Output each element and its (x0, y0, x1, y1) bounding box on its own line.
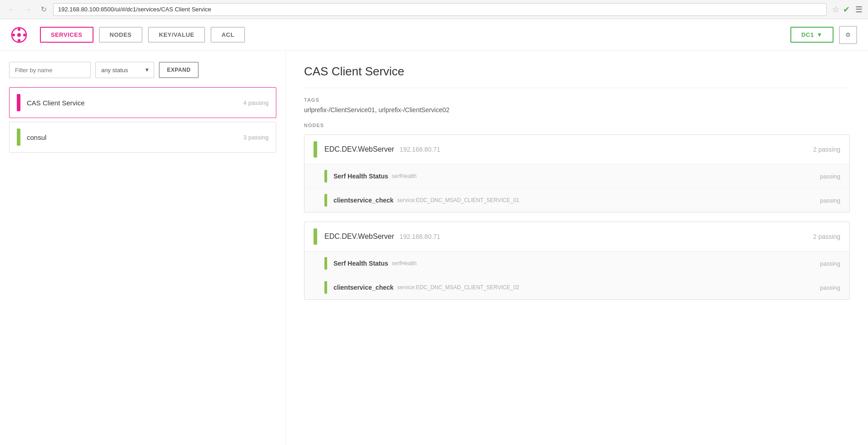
keyvalue-nav-button[interactable]: KEY/VALUE (148, 27, 205, 43)
node-ip: 192.168.80.71 (400, 233, 441, 240)
service-name: CAS Client Service (27, 99, 243, 107)
security-icon: ✔ (843, 5, 850, 15)
service-passing-count: 4 passing (243, 99, 269, 106)
node-status-indicator (314, 228, 317, 245)
check-status-text: passing (820, 260, 840, 267)
node-header: EDC.DEV.WebServer 192.168.80.71 2 passin… (304, 135, 849, 164)
check-status-text: passing (820, 173, 840, 180)
check-status-indicator (324, 257, 327, 270)
node-status-indicator (314, 141, 317, 158)
check-row: Serf Health Status serfHealth passing (304, 252, 849, 276)
check-status-text: passing (820, 197, 840, 204)
service-status-indicator (17, 129, 20, 146)
acl-nav-button[interactable]: ACL (211, 27, 245, 43)
nodes-label: NODES (304, 123, 850, 128)
check-name: clientservice_check (333, 197, 393, 204)
logo (11, 27, 27, 43)
node-name: EDC.DEV.WebServer (324, 232, 394, 241)
back-button[interactable]: ← (5, 5, 18, 15)
detail-panel: CAS Client Service TAGS urlprefix-/Clien… (286, 51, 868, 445)
tags-value: urlprefix-/ClientService01, urlprefix-/C… (304, 106, 850, 114)
sidebar-filters: any status passing warning critical ▼ EX… (9, 62, 276, 78)
url-bar[interactable] (53, 3, 827, 16)
node-name: EDC.DEV.WebServer (324, 145, 394, 153)
filter-status-select[interactable]: any status passing warning critical (95, 62, 154, 78)
node-header: EDC.DEV.WebServer 192.168.80.71 2 passin… (304, 222, 849, 252)
service-list: CAS Client Service 4 passing consul 3 pa… (9, 87, 276, 156)
service-item[interactable]: CAS Client Service 4 passing (9, 87, 276, 118)
app-header: SERVICES NODES KEY/VALUE ACL DC1 ▼ ⚙ (0, 19, 868, 51)
settings-button[interactable]: ⚙ (839, 26, 857, 44)
svg-point-2 (18, 28, 20, 31)
node-card: EDC.DEV.WebServer 192.168.80.71 2 passin… (304, 222, 850, 300)
sidebar: any status passing warning critical ▼ EX… (0, 51, 286, 445)
check-status-indicator (324, 194, 327, 207)
page-title: CAS Client Service (304, 64, 850, 79)
check-status-indicator (324, 170, 327, 183)
gear-icon: ⚙ (845, 31, 851, 38)
node-passing-count: 2 passing (813, 233, 840, 240)
svg-point-5 (23, 34, 26, 36)
tags-label: TAGS (304, 97, 850, 103)
svg-point-1 (17, 33, 21, 37)
svg-point-4 (12, 34, 15, 36)
service-passing-count: 3 passing (243, 134, 269, 141)
consul-logo-icon (11, 27, 27, 43)
filter-status-wrapper: any status passing warning critical ▼ (95, 62, 154, 78)
forward-button[interactable]: → (22, 5, 34, 15)
check-row: clientservice_check service:EDC_DNC_MSAD… (304, 276, 849, 299)
expand-button[interactable]: EXPAND (159, 62, 199, 78)
check-name: Serf Health Status (333, 173, 388, 180)
check-status-indicator (324, 281, 327, 294)
svg-point-3 (18, 39, 20, 42)
bookmark-icon[interactable]: ☆ (832, 5, 839, 15)
divider (304, 88, 850, 88)
node-card: EDC.DEV.WebServer 192.168.80.71 2 passin… (304, 134, 850, 213)
dc1-nav-button[interactable]: DC1 ▼ (790, 27, 834, 43)
check-id: serfHealth (392, 260, 417, 267)
filter-name-input[interactable] (9, 62, 91, 78)
check-id: serfHealth (392, 173, 417, 179)
check-id: service:EDC_DNC_MSAD_CLIENT_SERVICE_01 (397, 197, 519, 203)
service-name: consul (27, 134, 243, 141)
check-name: clientservice_check (333, 284, 393, 291)
service-item[interactable]: consul 3 passing (9, 122, 276, 153)
check-row: Serf Health Status serfHealth passing (304, 164, 849, 188)
check-id: service:EDC_DNC_MSAD_CLIENT_SERVICE_02 (397, 284, 519, 291)
browser-chrome: ← → ↻ ☆ ✔ ☰ (0, 0, 868, 19)
chevron-down-icon: ▼ (817, 31, 823, 38)
service-status-indicator (17, 94, 20, 111)
node-ip: 192.168.80.71 (400, 146, 441, 153)
nodes-nav-button[interactable]: NODES (99, 27, 143, 43)
menu-icon[interactable]: ☰ (855, 5, 863, 15)
main-layout: any status passing warning critical ▼ EX… (0, 51, 868, 445)
check-status-text: passing (820, 284, 840, 291)
services-nav-button[interactable]: SERVICES (40, 27, 93, 43)
check-name: Serf Health Status (333, 260, 388, 267)
check-row: clientservice_check service:EDC_DNC_MSAD… (304, 188, 849, 212)
node-passing-count: 2 passing (813, 146, 840, 153)
reload-button[interactable]: ↻ (38, 4, 49, 15)
